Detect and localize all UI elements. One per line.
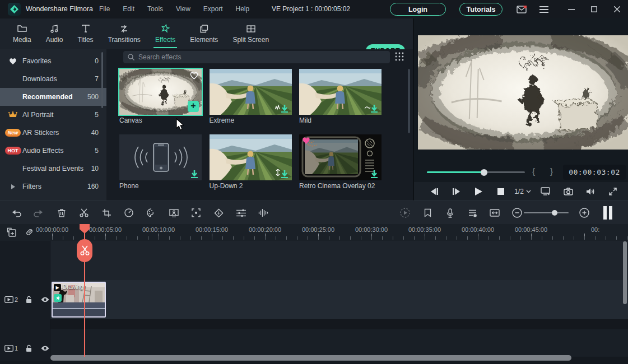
keyframe-icon[interactable] bbox=[210, 201, 227, 225]
tab-audio[interactable]: Audio bbox=[39, 18, 71, 49]
sidebar-item-filters[interactable]: Filters 160 bbox=[0, 178, 106, 195]
split-screen-icon bbox=[246, 24, 255, 34]
transport-controls: 1/2 bbox=[414, 182, 628, 200]
download-icon[interactable] bbox=[281, 170, 289, 179]
sidebar-item-ar-stickers[interactable]: New AR Stickers 40 bbox=[0, 124, 106, 142]
playback-quality-select[interactable]: 1/2 bbox=[510, 182, 535, 200]
effect-tile-extreme[interactable] bbox=[210, 69, 292, 115]
eye-visibility-icon[interactable] bbox=[41, 346, 49, 351]
audio-mixer-icon[interactable] bbox=[463, 201, 481, 225]
effect-tile-mild[interactable] bbox=[299, 69, 382, 115]
ruler-minor-ticks bbox=[52, 236, 628, 240]
delete-trash-icon[interactable] bbox=[53, 201, 71, 225]
sidebar-scrollbar[interactable] bbox=[101, 52, 103, 108]
timeline-zoom-slider[interactable] bbox=[524, 212, 569, 213]
next-frame-button[interactable] bbox=[450, 182, 463, 200]
menu-tools[interactable]: Tools bbox=[147, 5, 163, 13]
menu-file[interactable]: File bbox=[99, 5, 110, 13]
search-input[interactable] bbox=[138, 53, 374, 61]
speed-icon[interactable] bbox=[120, 201, 138, 225]
close-button[interactable] bbox=[606, 0, 628, 18]
redo-icon[interactable] bbox=[29, 201, 47, 225]
motion-tracking-icon[interactable] bbox=[187, 201, 205, 225]
sidebar-item-downloads[interactable]: Downloads 7 bbox=[0, 70, 106, 88]
mark-out-icon[interactable]: } bbox=[550, 166, 553, 176]
track-lane-1[interactable] bbox=[50, 329, 628, 357]
tab-titles[interactable]: Titles bbox=[70, 18, 100, 49]
tab-transitions[interactable]: Transitions bbox=[101, 18, 148, 49]
favorited-heart-icon[interactable] bbox=[302, 137, 310, 144]
color-palette-icon[interactable] bbox=[142, 201, 160, 225]
tab-effects[interactable]: Effects bbox=[148, 18, 183, 49]
grid-view-icon[interactable] bbox=[395, 52, 405, 62]
effects-scrollbar[interactable] bbox=[408, 69, 410, 133]
download-icon[interactable] bbox=[370, 170, 378, 179]
audio-denoise-icon[interactable] bbox=[254, 201, 272, 225]
preview-video-frame[interactable] bbox=[418, 35, 628, 150]
minimize-button[interactable] bbox=[560, 0, 583, 18]
menu-export[interactable]: Export bbox=[203, 5, 223, 13]
effect-tile-up-down-2[interactable] bbox=[210, 134, 292, 180]
playhead-cut-button[interactable] bbox=[77, 239, 92, 262]
snapshot-camera-icon[interactable] bbox=[561, 182, 575, 200]
effect-tile-phone[interactable] bbox=[119, 134, 202, 180]
timeline-ruler[interactable]: 00:00:00:00 00:00:05:00 00:00:10:00 00:0… bbox=[0, 224, 628, 241]
pause-bars-icon[interactable] bbox=[603, 206, 613, 220]
track-lane-empty[interactable] bbox=[50, 241, 628, 280]
search-box[interactable] bbox=[123, 51, 390, 63]
sidebar-item-ai-portrait[interactable]: AI Portrait 5 bbox=[0, 106, 106, 124]
zoom-to-fit-icon[interactable] bbox=[486, 201, 504, 225]
add-effect-button[interactable]: + bbox=[188, 101, 199, 112]
menu-edit[interactable]: Edit bbox=[123, 5, 134, 13]
download-icon[interactable] bbox=[370, 104, 378, 113]
tab-split-screen[interactable]: Split Screen bbox=[225, 18, 276, 49]
tab-elements[interactable]: Elements bbox=[183, 18, 225, 49]
manage-tracks-icon[interactable] bbox=[7, 227, 17, 237]
undo-icon[interactable] bbox=[8, 201, 26, 225]
zoom-slider-handle[interactable] bbox=[552, 210, 557, 216]
adjustment-sliders-icon[interactable] bbox=[232, 201, 250, 225]
eye-visibility-icon[interactable] bbox=[41, 297, 49, 302]
maximize-button[interactable] bbox=[583, 0, 605, 18]
effect-tile-retro-cinema[interactable] bbox=[299, 134, 382, 180]
cut-scissors-icon[interactable] bbox=[75, 201, 93, 225]
play-button[interactable] bbox=[472, 182, 485, 200]
mark-in-icon[interactable]: { bbox=[532, 166, 535, 176]
lock-icon[interactable] bbox=[26, 344, 32, 352]
volume-icon[interactable] bbox=[583, 182, 598, 200]
sidebar-item-festival-events[interactable]: Festival and Events 10 bbox=[0, 160, 106, 178]
timeline-vertical-scrollbar[interactable] bbox=[623, 241, 627, 304]
timeline-clip-drawing[interactable]: ▶ Drawing bbox=[52, 282, 106, 318]
sidebar-item-recommended[interactable]: Recommended 500 bbox=[0, 88, 106, 106]
voiceover-mic-icon[interactable] bbox=[441, 201, 459, 225]
previous-frame-button[interactable] bbox=[427, 182, 441, 200]
tab-media[interactable]: Media bbox=[6, 18, 39, 49]
lock-icon[interactable] bbox=[26, 296, 32, 304]
tutorials-button[interactable]: Tutorials bbox=[459, 3, 503, 16]
scrubber-handle[interactable] bbox=[481, 169, 487, 176]
timeline-horizontal-scrollbar[interactable] bbox=[50, 355, 571, 361]
effect-tile-canvas[interactable]: + bbox=[119, 69, 202, 115]
stop-button[interactable] bbox=[494, 182, 508, 200]
green-screen-icon[interactable] bbox=[165, 201, 183, 225]
expand-arrow-icon[interactable] bbox=[6, 184, 20, 189]
download-icon[interactable] bbox=[190, 170, 198, 179]
effect-glyph-icon bbox=[275, 169, 281, 176]
track-lane-2[interactable] bbox=[50, 280, 628, 319]
messages-icon[interactable] bbox=[516, 4, 527, 15]
new-badge: New bbox=[5, 129, 21, 137]
display-device-icon[interactable] bbox=[538, 182, 553, 200]
sidebar-item-audio-effects[interactable]: HOT Audio Effects 5 bbox=[0, 142, 106, 160]
fullscreen-icon[interactable] bbox=[606, 182, 620, 200]
menu-view[interactable]: View bbox=[176, 5, 190, 13]
download-icon[interactable] bbox=[281, 104, 289, 113]
playback-scrubber[interactable] bbox=[427, 171, 525, 173]
favorite-heart-icon[interactable] bbox=[190, 72, 198, 80]
render-preview-icon[interactable] bbox=[396, 201, 414, 225]
menu-list-icon[interactable] bbox=[538, 4, 550, 15]
crop-icon[interactable] bbox=[97, 201, 115, 225]
login-button[interactable]: Login bbox=[390, 3, 446, 16]
zoom-in-icon[interactable] bbox=[575, 201, 593, 225]
sidebar-item-favorites[interactable]: Favorites 0 bbox=[0, 52, 106, 70]
marker-icon[interactable] bbox=[418, 201, 436, 225]
